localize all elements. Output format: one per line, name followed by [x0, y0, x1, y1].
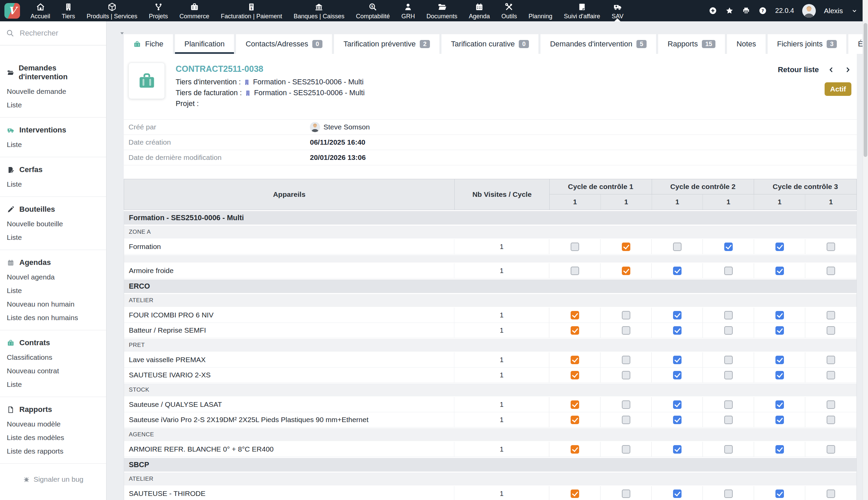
cycle-checkbox[interactable] — [673, 400, 681, 409]
sidebar-item-nouvel-agenda[interactable]: Nouvel agenda — [0, 270, 106, 284]
next-record-icon[interactable] — [844, 66, 852, 73]
favorites-icon[interactable] — [725, 7, 734, 15]
report-bug-link[interactable]: Signaler un bug — [0, 475, 106, 484]
cycle-checkbox[interactable] — [827, 326, 835, 335]
cycle-checkbox[interactable] — [673, 356, 681, 364]
sidebar-item-liste[interactable]: Liste — [0, 98, 106, 112]
cycle-checkbox[interactable] — [673, 371, 681, 379]
nav-comptabilite[interactable]: $Comptabilité — [350, 0, 396, 21]
tiers-facturation-link[interactable]: Formation - SES2510-0006 - Multi — [254, 89, 365, 97]
nav-accueil[interactable]: Accueil — [25, 0, 56, 21]
cycle-checkbox[interactable] — [622, 489, 630, 498]
retour-liste-link[interactable]: Retour liste — [778, 65, 819, 74]
cycle-checkbox[interactable] — [827, 416, 835, 424]
cycle-checkbox[interactable] — [724, 400, 733, 409]
cycle-checkbox[interactable] — [571, 356, 579, 364]
cycle-checkbox[interactable] — [673, 266, 681, 275]
cycle-checkbox[interactable] — [622, 371, 630, 379]
cycle-checkbox[interactable] — [827, 445, 835, 454]
nav-sav[interactable]: SAV — [606, 0, 629, 21]
print-icon[interactable] — [742, 7, 750, 15]
cycle-checkbox[interactable] — [673, 242, 681, 251]
search-input[interactable] — [19, 29, 118, 38]
prev-record-icon[interactable] — [828, 66, 835, 73]
sidebar-item-liste-des-non-humains[interactable]: Liste des non humains — [0, 311, 106, 325]
sidebar-item-liste-des-modeles[interactable]: Liste des modèles — [0, 431, 106, 444]
cycle-checkbox[interactable] — [571, 416, 579, 424]
nav-facturation-paiement[interactable]: $Facturation | Paiement — [215, 0, 288, 21]
cycle-checkbox[interactable] — [827, 400, 835, 409]
cycle-checkbox[interactable] — [673, 311, 681, 319]
cycle-checkbox[interactable] — [622, 400, 630, 409]
cycle-checkbox[interactable] — [571, 326, 579, 335]
sidebar-item-classifications[interactable]: Classifications — [0, 351, 106, 364]
sidebar-item-liste[interactable]: Liste — [0, 231, 106, 244]
help-icon[interactable]: ? — [758, 7, 767, 15]
cycle-checkbox[interactable] — [827, 489, 835, 498]
nav-outils[interactable]: Outils — [496, 0, 523, 21]
cycle-checkbox[interactable] — [571, 311, 579, 319]
nav-produits-services[interactable]: Produits | Services — [81, 0, 143, 21]
nav-documents[interactable]: Documents — [421, 0, 463, 21]
nav-agenda[interactable]: Agenda — [463, 0, 496, 21]
sidebar-item-liste-des-rapports[interactable]: Liste des rapports — [0, 444, 106, 458]
cycle-checkbox[interactable] — [724, 445, 733, 454]
vertical-scrollbar[interactable] — [863, 0, 868, 500]
cycle-checkbox[interactable] — [827, 242, 835, 251]
cycle-checkbox[interactable] — [776, 266, 784, 275]
tab-fiche[interactable]: Fiche — [124, 34, 173, 54]
cycle-checkbox[interactable] — [622, 416, 630, 424]
nav-tiers[interactable]: Tiers — [56, 0, 81, 21]
cycle-checkbox[interactable] — [776, 242, 784, 251]
tab-evenements[interactable]: Événements — [848, 34, 863, 54]
sidebar-item-liste[interactable]: Liste — [0, 284, 106, 297]
tab-contacts-adresses[interactable]: Contacts/Adresses0 — [236, 34, 332, 54]
cycle-checkbox[interactable] — [776, 400, 784, 409]
cycle-checkbox[interactable] — [776, 311, 784, 319]
tab-tarification-curative[interactable]: Tarification curative0 — [442, 34, 538, 54]
nav-projets[interactable]: Projets — [143, 0, 174, 21]
cycle-checkbox[interactable] — [776, 356, 784, 364]
cycle-checkbox[interactable] — [673, 416, 681, 424]
cycle-checkbox[interactable] — [724, 242, 733, 251]
tab-notes[interactable]: Notes — [727, 34, 765, 54]
cycle-checkbox[interactable] — [724, 311, 733, 319]
cycle-checkbox[interactable] — [776, 445, 784, 454]
avatar[interactable] — [802, 4, 816, 18]
nav-commerce[interactable]: Commerce — [174, 0, 215, 21]
cycle-checkbox[interactable] — [673, 326, 681, 335]
cycle-checkbox[interactable] — [622, 326, 630, 335]
scrollbar-thumb[interactable] — [864, 23, 867, 157]
search-caret-icon[interactable] — [118, 29, 126, 37]
tab-demandes-d-intervention[interactable]: Demandes d'intervention5 — [541, 34, 656, 54]
sidebar-item-liste[interactable]: Liste — [0, 378, 106, 391]
add-icon[interactable] — [709, 7, 717, 15]
cycle-checkbox[interactable] — [724, 266, 733, 275]
cycle-checkbox[interactable] — [827, 371, 835, 379]
nav-banques-caisses[interactable]: Banques | Caisses — [288, 0, 350, 21]
cycle-checkbox[interactable] — [827, 311, 835, 319]
sidebar-item-nouveau-modele[interactable]: Nouveau modèle — [0, 417, 106, 431]
cycle-checkbox[interactable] — [571, 400, 579, 409]
sidebar-item-nouvelle-bouteille[interactable]: Nouvelle bouteille — [0, 217, 106, 231]
cycle-checkbox[interactable] — [673, 445, 681, 454]
cycle-checkbox[interactable] — [827, 266, 835, 275]
sidebar-item-nouveau-non-humain[interactable]: Nouveau non humain — [0, 297, 106, 311]
cycle-checkbox[interactable] — [776, 416, 784, 424]
tab-rapports[interactable]: Rapports15 — [658, 34, 725, 54]
chevron-down-icon[interactable] — [851, 8, 858, 14]
cycle-checkbox[interactable] — [622, 356, 630, 364]
tiers-intervention-link[interactable]: Formation - SES2510-0006 - Multi — [253, 78, 364, 87]
cycle-checkbox[interactable] — [622, 242, 630, 251]
app-logo[interactable]: V — [4, 3, 20, 19]
nav-grh[interactable]: GRH — [396, 0, 421, 21]
cycle-checkbox[interactable] — [827, 356, 835, 364]
cycle-checkbox[interactable] — [724, 356, 733, 364]
info-value[interactable]: Steve Somson — [310, 122, 370, 132]
cycle-checkbox[interactable] — [776, 371, 784, 379]
nav-planning[interactable]: Planning — [523, 0, 558, 21]
tab-tarification-preventive[interactable]: Tarification préventive2 — [334, 34, 439, 54]
cycle-checkbox[interactable] — [571, 489, 579, 498]
cycle-checkbox[interactable] — [622, 445, 630, 454]
cycle-checkbox[interactable] — [673, 489, 681, 498]
